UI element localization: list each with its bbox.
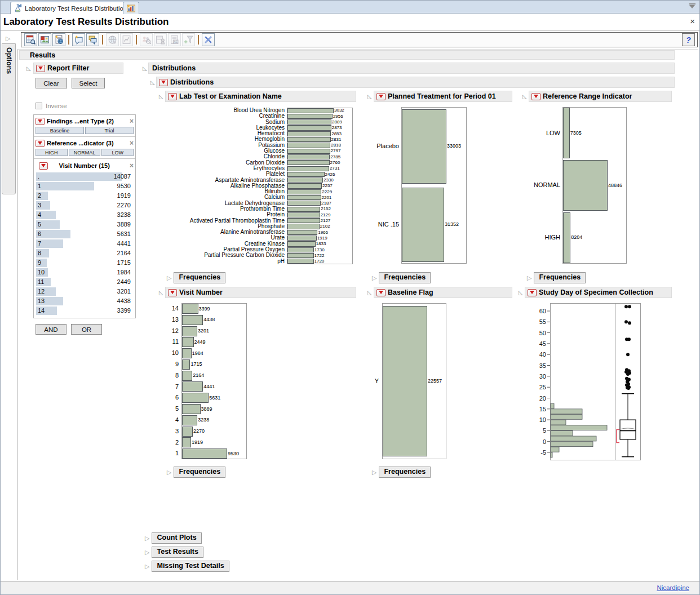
collapse-triangle-icon[interactable]: ▷ [167, 274, 171, 282]
histogram-bar[interactable] [182, 371, 192, 381]
visit-filter-row[interactable]: 123201 [36, 287, 134, 296]
histogram-bar[interactable] [182, 393, 209, 403]
histogram-bar[interactable] [287, 259, 314, 264]
boxplot-box[interactable] [620, 420, 636, 439]
histogram-bar[interactable] [287, 183, 322, 188]
histogram-bar[interactable] [287, 218, 320, 223]
outlier-point[interactable] [624, 305, 628, 308]
histogram-bar[interactable] [287, 131, 331, 136]
histogram-bar[interactable] [551, 403, 554, 408]
histogram-bar[interactable] [287, 189, 321, 194]
histogram-bar[interactable] [182, 337, 194, 347]
histogram-bar[interactable] [551, 436, 596, 441]
red-menu-triangle-icon[interactable] [168, 289, 177, 296]
histogram-bar[interactable] [287, 160, 330, 165]
histogram-bar[interactable] [182, 381, 203, 392]
visit-filter-row[interactable]: 32270 [36, 201, 134, 210]
visit-filter-row[interactable]: 65631 [36, 229, 134, 239]
visit-filter-row[interactable]: 134438 [36, 296, 134, 306]
new-note-icon[interactable] [72, 33, 85, 46]
or-button[interactable]: OR [71, 324, 102, 335]
histogram-bar[interactable] [287, 108, 334, 113]
histogram-bar[interactable] [402, 109, 446, 184]
histogram-bar[interactable] [287, 195, 321, 200]
reference-chip-low[interactable]: LOW [101, 149, 134, 156]
outlier-point[interactable] [628, 305, 631, 308]
collapse-triangle-icon[interactable]: ▷ [527, 274, 531, 282]
nicardipine-link[interactable]: Nicardipine [657, 584, 689, 591]
visit-filter-row[interactable]: 82164 [36, 248, 134, 258]
outlier-point[interactable] [628, 321, 631, 325]
histogram-bar[interactable] [287, 241, 316, 246]
data-table-icon[interactable] [24, 33, 37, 46]
close-section-icon[interactable] [202, 33, 215, 46]
outlier-point[interactable] [627, 338, 631, 341]
reference-chip-normal[interactable]: NORMAL [69, 149, 101, 156]
frequencies-button[interactable]: Frequencies [534, 272, 586, 283]
options-tab[interactable]: Options [2, 43, 16, 194]
histogram-bar[interactable] [287, 253, 314, 258]
expand-triangle-icon[interactable]: ◺ [159, 290, 163, 296]
histogram-bar[interactable] [551, 409, 582, 414]
outlier-point[interactable] [626, 372, 630, 376]
histogram-bar[interactable] [551, 425, 607, 430]
expand-triangle-icon[interactable]: ◺ [519, 290, 523, 296]
outlier-point[interactable] [627, 387, 630, 390]
histogram-bar[interactable] [287, 137, 331, 142]
expand-triangle-icon[interactable]: ◺ [150, 79, 155, 86]
histogram-bar[interactable] [402, 188, 444, 262]
remove-filter-icon[interactable]: × [130, 139, 134, 147]
expand-triangle-icon[interactable]: ◺ [143, 65, 147, 72]
histogram-bar[interactable] [182, 415, 197, 425]
histogram-bar[interactable] [182, 348, 192, 358]
frequencies-button[interactable]: Frequencies [379, 272, 431, 283]
red-menu-triangle-icon[interactable] [36, 140, 45, 147]
remove-filter-icon[interactable]: × [130, 162, 134, 170]
histogram-bar[interactable] [551, 430, 573, 436]
histogram-bar[interactable] [383, 306, 427, 456]
save-image-icon[interactable] [38, 33, 51, 46]
frequencies-button[interactable]: Frequencies [174, 467, 225, 478]
test-results-button[interactable]: Test Results [152, 547, 203, 558]
and-button[interactable]: AND [36, 324, 67, 335]
red-menu-triangle-icon[interactable] [531, 93, 540, 100]
red-menu-triangle-icon[interactable] [376, 289, 386, 296]
visit-filter-row[interactable]: 101984 [36, 268, 134, 277]
histogram-bar[interactable] [551, 414, 582, 419]
findings-chip-baseline[interactable]: Baseline [36, 127, 84, 134]
histogram-bar[interactable] [563, 212, 570, 263]
collapse-left-panel-icon[interactable]: ▷ [6, 35, 10, 42]
red-menu-triangle-icon[interactable] [376, 93, 386, 100]
histogram-bar[interactable] [287, 247, 314, 252]
expand-triangle-icon[interactable]: ◺ [367, 94, 372, 100]
visit-filter-row[interactable]: 143399 [36, 306, 134, 316]
collapse-triangle-icon[interactable]: ▷ [372, 274, 376, 282]
frequencies-button[interactable]: Frequencies [379, 467, 431, 478]
count-plots-button[interactable]: Count Plots [152, 532, 201, 544]
collapse-triangle-icon[interactable]: ▷ [145, 535, 149, 542]
help-icon[interactable]: ? [682, 33, 695, 46]
collapse-triangle-icon[interactable]: ▷ [145, 563, 149, 570]
visit-filter-row[interactable]: 74441 [36, 239, 134, 248]
histogram-bar[interactable] [287, 125, 331, 130]
histogram-bar[interactable] [287, 119, 331, 125]
visit-filter-row[interactable]: 21919 [36, 191, 134, 201]
histogram-bar[interactable] [182, 437, 191, 447]
histogram-bar[interactable] [287, 224, 320, 229]
clear-button[interactable]: Clear [36, 78, 67, 88]
findings-chip-trial[interactable]: Trial [85, 127, 134, 134]
red-menu-triangle-icon[interactable] [36, 118, 45, 125]
histogram-bar[interactable] [287, 177, 323, 183]
collapse-triangle-icon[interactable]: ▷ [145, 549, 149, 556]
histogram-bar[interactable] [551, 420, 566, 425]
histogram-bar[interactable] [182, 427, 193, 437]
histogram-bar[interactable] [563, 108, 570, 158]
histogram-bar[interactable] [182, 304, 198, 314]
outlier-point[interactable] [626, 353, 630, 356]
expand-triangle-icon[interactable]: ◺ [367, 290, 372, 296]
histogram-bar[interactable] [563, 160, 608, 211]
visit-filter-row[interactable]: 91715 [36, 258, 134, 268]
histogram-bar[interactable] [287, 154, 330, 159]
visit-filter-row[interactable]: 112449 [36, 277, 134, 287]
frequencies-button[interactable]: Frequencies [174, 272, 225, 283]
